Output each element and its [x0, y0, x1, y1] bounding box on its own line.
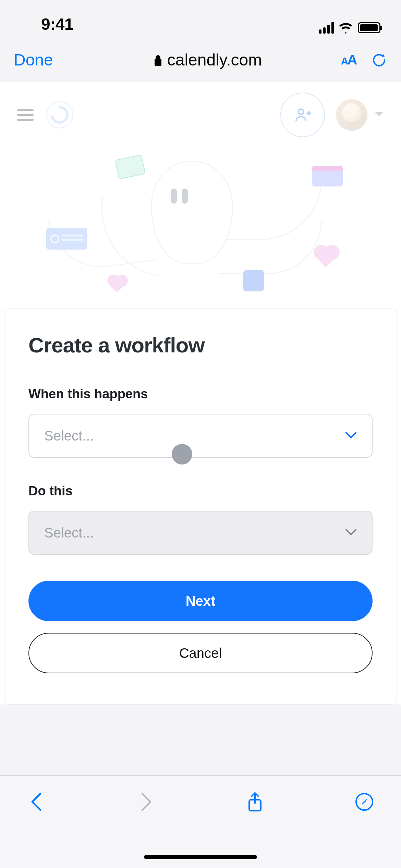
status-bar: 9:41 [0, 0, 401, 38]
back-button[interactable] [27, 792, 46, 812]
forward-button [137, 792, 155, 812]
safari-compass-button[interactable] [355, 792, 374, 812]
cellular-signal-icon [319, 22, 334, 34]
share-button[interactable] [246, 792, 264, 812]
action-label: Do this [28, 484, 373, 498]
trigger-select[interactable]: Select... [28, 414, 373, 458]
home-indicator [144, 855, 257, 859]
url-display[interactable]: calendly.com [82, 50, 333, 69]
panel-title: Create a workflow [28, 333, 373, 357]
svg-point-0 [298, 109, 304, 114]
wifi-icon [339, 22, 353, 34]
user-avatar[interactable] [336, 99, 367, 131]
text-size-button[interactable]: AA [333, 52, 364, 68]
reload-button[interactable] [371, 52, 387, 68]
url-host: calendly.com [167, 50, 262, 69]
trigger-label: When this happens [28, 387, 373, 401]
create-workflow-panel: Create a workflow When this happens Sele… [4, 309, 397, 704]
calendly-logo[interactable] [46, 101, 73, 129]
cursor-indicator [172, 444, 192, 465]
next-button[interactable]: Next [28, 581, 373, 621]
page-content: Create a workflow When this happens Sele… [0, 82, 401, 704]
trigger-select-placeholder: Select... [44, 428, 94, 444]
status-time: 9:41 [41, 15, 73, 34]
action-select[interactable]: Select... [28, 511, 373, 555]
status-icons [319, 22, 380, 34]
browser-toolbar [0, 775, 401, 868]
workflow-hero-illustration [0, 147, 401, 309]
chevron-down-icon [345, 528, 357, 537]
battery-icon [358, 22, 380, 33]
cancel-button[interactable]: Cancel [28, 633, 373, 673]
browser-address-bar: Done calendly.com AA [0, 38, 401, 82]
chevron-down-icon [345, 431, 357, 440]
app-header [0, 82, 401, 147]
action-select-placeholder: Select... [44, 525, 94, 541]
lock-icon [154, 54, 162, 66]
invite-user-button[interactable] [280, 93, 325, 137]
menu-button[interactable] [17, 109, 34, 121]
done-button[interactable]: Done [14, 50, 82, 69]
account-menu-caret-icon[interactable] [374, 111, 384, 119]
